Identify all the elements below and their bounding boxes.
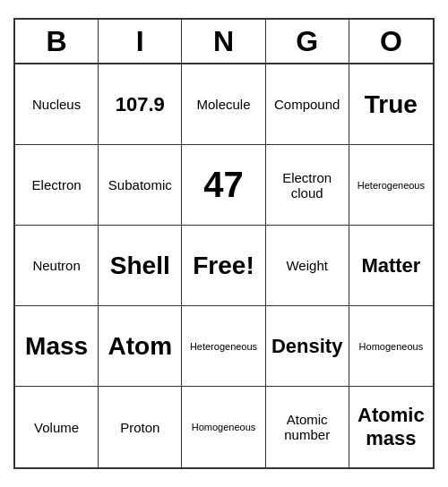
cell-text: Free! <box>193 252 254 280</box>
bingo-cell: Nucleus <box>15 64 99 145</box>
cell-text: Matter <box>361 254 420 278</box>
bingo-cell: Matter <box>349 226 433 306</box>
header-letter: G <box>266 20 349 63</box>
bingo-cell: Proton <box>99 387 182 467</box>
cell-text: Weight <box>286 258 327 273</box>
header-letter: O <box>349 20 433 63</box>
bingo-cell: 107.9 <box>99 64 182 145</box>
bingo-cell: True <box>349 64 433 145</box>
bingo-cell: 47 <box>182 145 265 226</box>
cell-text: Neutron <box>32 258 80 273</box>
bingo-cell: Molecule <box>182 64 265 145</box>
bingo-cell: Atomic mass <box>349 387 433 467</box>
cell-text: Atomic mass <box>353 404 429 450</box>
bingo-cell: Volume <box>15 387 99 467</box>
bingo-cell: Atomic number <box>266 387 349 467</box>
cell-text: Proton <box>120 420 159 435</box>
header-letter: I <box>99 20 182 63</box>
bingo-cell: Heterogeneous <box>349 145 433 226</box>
bingo-cell: Atom <box>99 306 182 387</box>
cell-text: 107.9 <box>116 93 165 116</box>
cell-text: Homogeneous <box>192 422 256 432</box>
bingo-cell: Compound <box>266 64 349 145</box>
cell-text: Volume <box>34 420 79 435</box>
cell-text: Molecule <box>196 97 250 112</box>
bingo-grid: Nucleus107.9MoleculeCompoundTrueElectron… <box>15 64 433 467</box>
cell-text: Electron <box>32 177 82 192</box>
cell-text: Electron cloud <box>270 170 345 201</box>
cell-text: Subatomic <box>108 177 172 192</box>
bingo-cell: Electron <box>15 145 99 226</box>
cell-text: 47 <box>203 165 244 205</box>
header-letter: N <box>182 20 265 63</box>
cell-text: True <box>365 90 418 119</box>
bingo-cell: Shell <box>99 226 182 306</box>
cell-text: Compound <box>274 97 340 112</box>
cell-text: Homogeneous <box>359 341 424 352</box>
bingo-card: BINGO Nucleus107.9MoleculeCompoundTrueEl… <box>13 18 435 469</box>
cell-text: Shell <box>110 252 170 280</box>
bingo-cell: Density <box>266 306 349 387</box>
cell-text: Density <box>271 335 342 358</box>
bingo-cell: Mass <box>15 306 99 387</box>
bingo-cell: Free! <box>182 226 265 306</box>
bingo-cell: Subatomic <box>99 145 182 226</box>
cell-text: Atomic number <box>270 412 345 442</box>
bingo-cell: Heterogeneous <box>182 306 265 387</box>
header-letter: B <box>15 20 99 63</box>
bingo-cell: Homogeneous <box>182 387 265 467</box>
bingo-cell: Neutron <box>15 226 99 306</box>
bingo-cell: Homogeneous <box>349 306 433 387</box>
cell-text: Heterogeneous <box>358 180 425 191</box>
bingo-cell: Weight <box>266 226 349 306</box>
bingo-header: BINGO <box>15 20 433 64</box>
cell-text: Atom <box>108 332 173 361</box>
cell-text: Mass <box>25 332 88 361</box>
cell-text: Heterogeneous <box>190 341 257 352</box>
bingo-cell: Electron cloud <box>266 145 349 226</box>
cell-text: Nucleus <box>32 97 81 112</box>
